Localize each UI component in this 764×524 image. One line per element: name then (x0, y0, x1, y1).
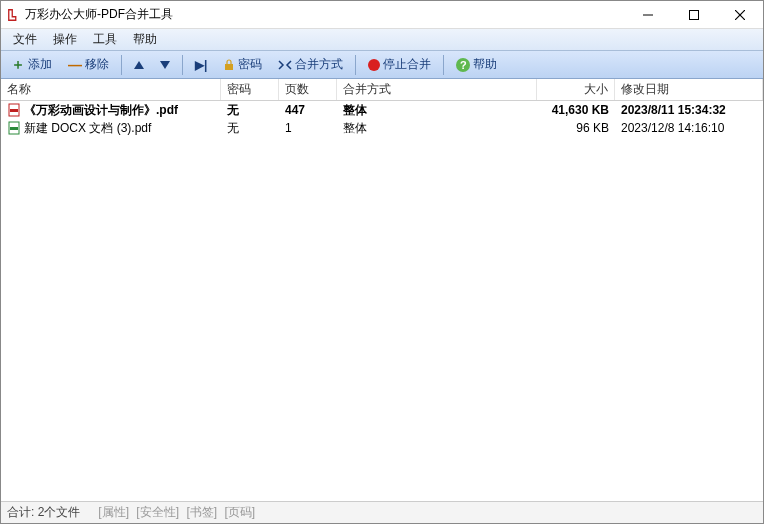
file-pages: 447 (279, 101, 337, 119)
skip-icon: ▶| (195, 58, 207, 72)
minus-icon: — (68, 57, 82, 73)
move-down-button[interactable] (154, 59, 176, 71)
lock-icon (223, 59, 235, 71)
merge-mode-button[interactable]: 合并方式 (272, 54, 349, 75)
menu-help[interactable]: 帮助 (125, 29, 165, 50)
plus-icon: ＋ (11, 56, 25, 74)
svg-rect-6 (10, 109, 18, 112)
merge-mode-label: 合并方式 (295, 56, 343, 73)
status-tabs: [属性] [安全性] [书签] [页码] (96, 504, 257, 521)
file-mode: 整体 (337, 101, 537, 119)
app-icon (7, 8, 21, 22)
window-title: 万彩办公大师-PDF合并工具 (25, 6, 625, 23)
file-list: 《万彩动画设计与制作》.pdf 无 447 整体 41,630 KB 2023/… (1, 101, 763, 501)
status-tab-props[interactable]: [属性] (98, 505, 129, 519)
separator (443, 55, 444, 75)
menu-file[interactable]: 文件 (5, 29, 45, 50)
file-password: 无 (221, 101, 279, 119)
file-pages: 1 (279, 119, 337, 137)
file-size: 41,630 KB (537, 101, 615, 119)
triangle-up-icon (134, 61, 144, 69)
remove-button[interactable]: — 移除 (62, 54, 115, 75)
move-up-button[interactable] (128, 59, 150, 71)
separator (182, 55, 183, 75)
table-row[interactable]: 新建 DOCX 文档 (3).pdf 无 1 整体 96 KB 2023/12/… (1, 119, 763, 137)
close-button[interactable] (717, 1, 763, 29)
svg-rect-8 (10, 127, 18, 130)
file-password: 无 (221, 119, 279, 137)
triangle-down-icon (160, 61, 170, 69)
svg-rect-1 (690, 10, 699, 19)
status-count: 合计: 2个文件 (7, 504, 80, 521)
skip-button[interactable]: ▶| (189, 56, 213, 74)
status-tab-pagenum[interactable]: [页码] (224, 505, 255, 519)
col-header-pages[interactable]: 页数 (279, 79, 337, 100)
file-name: 《万彩动画设计与制作》.pdf (24, 102, 178, 119)
stop-icon (368, 59, 380, 71)
window-controls (625, 1, 763, 29)
help-icon: ? (456, 58, 470, 72)
statusbar: 合计: 2个文件 [属性] [安全性] [书签] [页码] (1, 501, 763, 523)
help-label: 帮助 (473, 56, 497, 73)
pdf-icon (7, 103, 21, 117)
stop-merge-label: 停止合并 (383, 56, 431, 73)
file-size: 96 KB (537, 119, 615, 137)
toolbar: ＋ 添加 — 移除 ▶| 密码 合并方式 停止合并 ? 帮助 (1, 51, 763, 79)
merge-icon (278, 59, 292, 71)
add-button[interactable]: ＋ 添加 (5, 54, 58, 76)
col-header-size[interactable]: 大小 (537, 79, 615, 100)
add-label: 添加 (28, 56, 52, 73)
separator (355, 55, 356, 75)
file-name: 新建 DOCX 文档 (3).pdf (24, 120, 151, 137)
remove-label: 移除 (85, 56, 109, 73)
status-tab-bookmark[interactable]: [书签] (186, 505, 217, 519)
help-button[interactable]: ? 帮助 (450, 54, 503, 75)
status-tab-security[interactable]: [安全性] (136, 505, 179, 519)
list-header: 名称 密码 页数 合并方式 大小 修改日期 (1, 79, 763, 101)
titlebar: 万彩办公大师-PDF合并工具 (1, 1, 763, 29)
col-header-name[interactable]: 名称 (1, 79, 221, 100)
file-modified: 2023/12/8 14:16:10 (615, 119, 763, 137)
minimize-button[interactable] (625, 1, 671, 29)
password-button[interactable]: 密码 (217, 54, 268, 75)
menu-operate[interactable]: 操作 (45, 29, 85, 50)
password-label: 密码 (238, 56, 262, 73)
menubar: 文件 操作 工具 帮助 (1, 29, 763, 51)
col-header-password[interactable]: 密码 (221, 79, 279, 100)
col-header-modified[interactable]: 修改日期 (615, 79, 763, 100)
separator (121, 55, 122, 75)
maximize-button[interactable] (671, 1, 717, 29)
file-modified: 2023/8/11 15:34:32 (615, 101, 763, 119)
file-mode: 整体 (337, 119, 537, 137)
svg-rect-4 (225, 64, 233, 70)
menu-tools[interactable]: 工具 (85, 29, 125, 50)
pdf-icon (7, 121, 21, 135)
stop-merge-button[interactable]: 停止合并 (362, 54, 437, 75)
table-row[interactable]: 《万彩动画设计与制作》.pdf 无 447 整体 41,630 KB 2023/… (1, 101, 763, 119)
col-header-mode[interactable]: 合并方式 (337, 79, 537, 100)
